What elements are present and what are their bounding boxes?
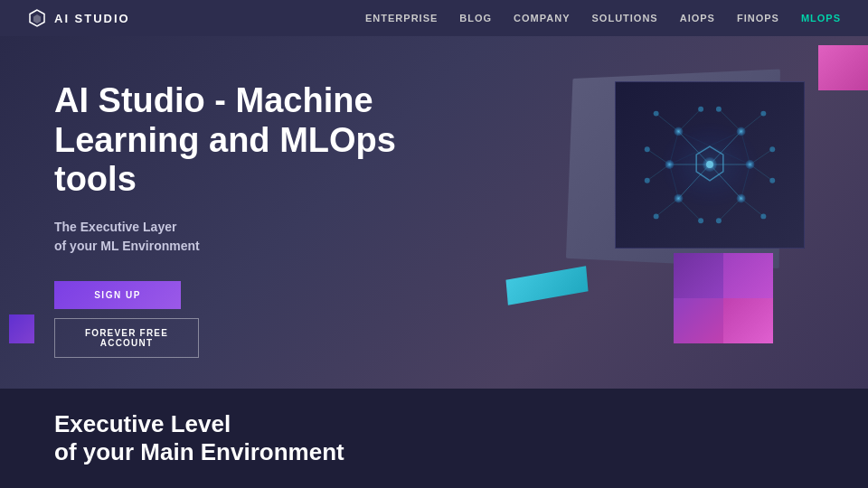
hero-section: AI Studio - Machine Learning and MLOps t… [0, 36, 868, 389]
svg-point-33 [654, 111, 659, 117]
nav-finops[interactable]: FINOPS [737, 13, 779, 23]
nav-mlops[interactable]: MLOPS [801, 13, 841, 23]
deco-cyan-bar [505, 266, 588, 305]
deco-cube-top-left [674, 253, 723, 298]
nav-aiops[interactable]: AIOPS [680, 13, 715, 23]
main-nav: ENTERPRISE BLOG COMPANY SOLUTIONS AIOPS … [365, 13, 841, 23]
nav-enterprise[interactable]: ENTERPRISE [365, 13, 438, 23]
bottom-title: Executive Level of your Main Environment [54, 410, 814, 466]
deco-pink-square [818, 45, 868, 90]
nav-blog[interactable]: BLOG [459, 13, 492, 23]
svg-point-38 [645, 178, 650, 183]
svg-point-43 [716, 218, 722, 223]
hero-content: AI Studio - Machine Learning and MLOps t… [54, 81, 461, 358]
logo-area: AI STUDIO [27, 8, 130, 28]
svg-point-44 [760, 213, 766, 219]
deco-cube-bottom-left [674, 298, 723, 343]
svg-point-42 [698, 218, 703, 223]
svg-point-39 [769, 146, 775, 152]
signup-button[interactable]: SIGN UP [54, 281, 181, 309]
deco-purple-square [9, 314, 34, 343]
svg-point-41 [654, 213, 659, 219]
svg-point-35 [716, 107, 722, 112]
svg-point-45 [647, 111, 772, 219]
hero-subtitle: The Executive Layer of your ML Environme… [54, 218, 461, 256]
nav-company[interactable]: COMPANY [514, 13, 570, 23]
logo-text: AI STUDIO [54, 12, 130, 25]
svg-point-37 [645, 146, 650, 152]
svg-point-40 [769, 178, 775, 183]
svg-point-36 [760, 111, 766, 117]
deco-cube-top-right [723, 253, 773, 298]
deco-cube-bottom-right [723, 298, 773, 343]
header: AI STUDIO ENTERPRISE BLOG COMPANY SOLUTI… [0, 0, 868, 36]
bottom-section: Executive Level of your Main Environment [0, 389, 868, 488]
panel-front [615, 81, 805, 249]
hero-title: AI Studio - Machine Learning and MLOps t… [54, 81, 461, 200]
nav-solutions[interactable]: SOLUTIONS [592, 13, 658, 23]
neural-network-svg [616, 82, 804, 248]
hero-illustration [434, 54, 832, 380]
free-account-button[interactable]: FOREVER FREE ACCOUNT [54, 318, 199, 358]
svg-point-34 [698, 107, 703, 112]
logo-icon [27, 8, 47, 28]
